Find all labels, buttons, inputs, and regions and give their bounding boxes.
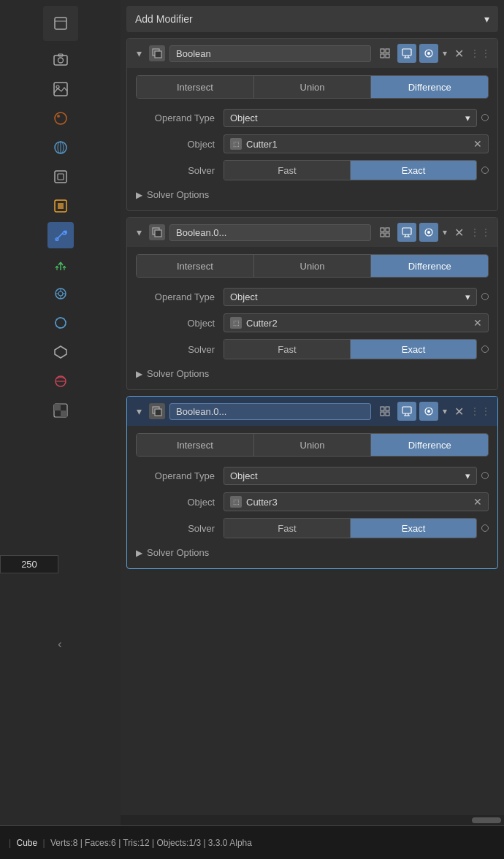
svg-rect-56 bbox=[402, 407, 411, 413]
mod3-solver-options-label: Solver Options bbox=[147, 547, 209, 558]
mod1-object-row: Object ⬚ Cutter1 ✕ bbox=[136, 134, 489, 154]
mod2-icon-mesh[interactable] bbox=[375, 223, 394, 242]
mod2-operand-dot bbox=[481, 293, 489, 300]
mod2-solver-options[interactable]: ▶ Solver Options bbox=[136, 365, 489, 382]
mod2-collapse-arrow[interactable]: ▾ bbox=[133, 226, 145, 238]
status-separator2: | bbox=[43, 838, 45, 848]
object-data-icon-btn[interactable] bbox=[47, 193, 74, 219]
mod3-close-button[interactable]: ✕ bbox=[451, 405, 467, 419]
mod3-icon-monitor[interactable] bbox=[397, 402, 416, 421]
sidebar-item-top[interactable] bbox=[43, 6, 78, 41]
svg-rect-30 bbox=[381, 54, 384, 58]
mod2-operation-row: Intersect Union Difference bbox=[136, 254, 489, 278]
svg-rect-39 bbox=[155, 230, 161, 237]
mod2-operand-label: Operand Type bbox=[136, 291, 224, 302]
mod3-operand-value[interactable]: Object ▾ bbox=[224, 467, 477, 485]
mod1-solver-label: Solver bbox=[136, 165, 224, 176]
mod1-icon bbox=[149, 45, 165, 61]
mod3-exact-button[interactable]: Exact bbox=[351, 519, 476, 538]
mod2-operand-value[interactable]: Object ▾ bbox=[224, 288, 477, 306]
mod2-object-row: Object ⬚ Cutter2 ✕ bbox=[136, 313, 489, 333]
mod2-object-value[interactable]: ⬚ Cutter2 ✕ bbox=[224, 313, 489, 332]
mod1-name-input[interactable] bbox=[169, 45, 371, 62]
sidebar bbox=[0, 0, 121, 825]
modifier-wrench-icon-btn[interactable] bbox=[47, 222, 74, 248]
mod1-exact-button[interactable]: Exact bbox=[351, 161, 476, 180]
mod3-object-clear[interactable]: ✕ bbox=[473, 496, 482, 508]
mod2-chevron[interactable]: ▾ bbox=[441, 227, 448, 237]
mod1-solver-dot bbox=[481, 167, 489, 174]
mod3-collapse-arrow[interactable]: ▾ bbox=[133, 405, 145, 417]
physics-icon-btn[interactable] bbox=[47, 280, 74, 307]
mod2-icon-render[interactable] bbox=[419, 223, 438, 242]
mod2-object-clear[interactable]: ✕ bbox=[473, 317, 482, 329]
mod3-dots[interactable]: ⋮⋮ bbox=[470, 405, 492, 417]
image-icon-btn[interactable] bbox=[47, 76, 74, 102]
constraints-icon-btn[interactable] bbox=[47, 310, 74, 336]
scene-icon-btn[interactable] bbox=[47, 164, 74, 190]
mod1-operation-row: Intersect Union Difference bbox=[136, 75, 489, 99]
mod3-operation-row: Intersect Union Difference bbox=[136, 433, 489, 457]
mod3-operand-type-row: Operand Type Object ▾ bbox=[136, 465, 489, 486]
camera-icon-btn[interactable] bbox=[47, 47, 74, 73]
svg-rect-25 bbox=[61, 411, 67, 417]
mod1-object-label: Object bbox=[136, 139, 224, 150]
mod3-operand-dot bbox=[481, 472, 489, 479]
mod1-icon-render[interactable] bbox=[419, 44, 438, 63]
world-icon-btn[interactable] bbox=[47, 134, 74, 161]
mod3-name-input[interactable] bbox=[169, 403, 371, 420]
mod3-intersect-button[interactable]: Intersect bbox=[137, 434, 254, 456]
svg-rect-44 bbox=[402, 228, 411, 234]
mod3-difference-button[interactable]: Difference bbox=[371, 434, 488, 456]
main-content: Add Modifier ▾ ▾ bbox=[121, 0, 504, 825]
mod1-body: Intersect Union Difference Operand Type … bbox=[127, 68, 497, 210]
mod1-operand-label: Operand Type bbox=[136, 112, 224, 123]
mod2-object-label: Object bbox=[136, 318, 224, 329]
mod2-difference-button[interactable]: Difference bbox=[371, 255, 488, 277]
mod3-chevron[interactable]: ▾ bbox=[441, 406, 448, 416]
mod1-object-clear[interactable]: ✕ bbox=[473, 138, 482, 150]
mod2-intersect-button[interactable]: Intersect bbox=[137, 255, 254, 277]
particles-icon-btn[interactable] bbox=[47, 251, 74, 278]
mod1-dots[interactable]: ⋮⋮ bbox=[470, 47, 492, 59]
mod2-close-button[interactable]: ✕ bbox=[451, 226, 467, 240]
mod1-icon-mesh[interactable] bbox=[375, 44, 394, 63]
mod2-exact-button[interactable]: Exact bbox=[351, 340, 476, 359]
mod3-icon-render[interactable] bbox=[419, 402, 438, 421]
mod1-intersect-button[interactable]: Intersect bbox=[137, 76, 254, 98]
mod3-object-value[interactable]: ⬚ Cutter3 ✕ bbox=[224, 492, 489, 511]
mod3-union-button[interactable]: Union bbox=[254, 434, 372, 456]
mod3-icon-mesh[interactable] bbox=[375, 402, 394, 421]
mod3-solver-options[interactable]: ▶ Solver Options bbox=[136, 544, 489, 561]
mod1-header-icons: ▾ ✕ ⋮⋮ bbox=[375, 44, 492, 63]
mod1-close-button[interactable]: ✕ bbox=[451, 47, 467, 61]
mod1-operand-value[interactable]: Object ▾ bbox=[224, 109, 477, 127]
mod1-union-button[interactable]: Union bbox=[254, 76, 372, 98]
mod2-fast-button[interactable]: Fast bbox=[224, 340, 351, 359]
mod1-icon-monitor[interactable] bbox=[397, 44, 416, 63]
scrollbar-thumb[interactable] bbox=[472, 817, 501, 823]
half-sphere-icon-btn[interactable] bbox=[47, 368, 74, 394]
mod1-chevron[interactable]: ▾ bbox=[441, 48, 448, 58]
horizontal-scrollbar[interactable] bbox=[121, 815, 504, 825]
mod1-collapse-arrow[interactable]: ▾ bbox=[133, 47, 145, 59]
collapse-arrow[interactable]: ‹ bbox=[53, 635, 67, 653]
mod2-body: Intersect Union Difference Operand Type … bbox=[127, 247, 497, 389]
svg-rect-41 bbox=[386, 228, 389, 232]
mod1-fast-button[interactable]: Fast bbox=[224, 161, 351, 180]
data-props-icon-btn[interactable] bbox=[47, 339, 74, 365]
mod1-difference-button[interactable]: Difference bbox=[371, 76, 488, 98]
mod2-icon-monitor[interactable] bbox=[397, 223, 416, 242]
checker-icon-btn[interactable] bbox=[47, 397, 74, 424]
add-modifier-button[interactable]: Add Modifier ▾ bbox=[126, 6, 498, 32]
mod3-fast-button[interactable]: Fast bbox=[224, 519, 351, 538]
mod1-object-value[interactable]: ⬚ Cutter1 ✕ bbox=[224, 134, 489, 153]
mod2-dots[interactable]: ⋮⋮ bbox=[470, 226, 492, 238]
mod2-union-button[interactable]: Union bbox=[254, 255, 372, 277]
material-icon-btn[interactable] bbox=[47, 105, 74, 131]
modifier-header-3: ▾ bbox=[127, 397, 497, 426]
mod2-name-input[interactable] bbox=[169, 224, 371, 241]
svg-rect-27 bbox=[155, 51, 161, 58]
modifier-panel-3: ▾ bbox=[126, 396, 498, 569]
mod1-solver-options[interactable]: ▶ Solver Options bbox=[136, 186, 489, 203]
